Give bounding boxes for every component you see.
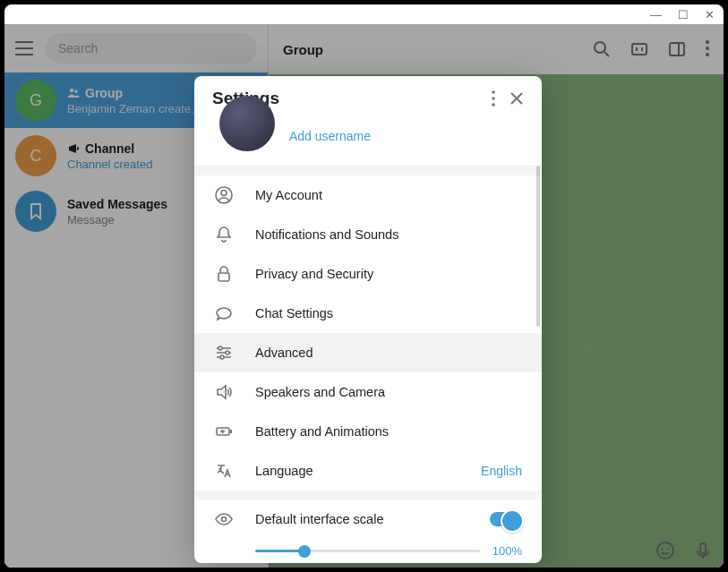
settings-panel: Settings Add username My AccountNotifica…: [194, 76, 542, 563]
settings-item-label: Advanced: [255, 346, 522, 360]
speaker-icon: [214, 382, 234, 402]
settings-item-chat[interactable]: Chat Settings: [194, 294, 542, 333]
svg-rect-17: [218, 273, 229, 281]
settings-item-label: Battery and Animations: [255, 424, 522, 439]
svg-point-19: [226, 351, 229, 354]
svg-point-18: [218, 346, 222, 350]
svg-point-20: [220, 355, 224, 359]
profile-avatar[interactable]: [219, 96, 275, 151]
settings-item-lock[interactable]: Privacy and Security: [194, 254, 542, 294]
settings-item-account[interactable]: My Account: [194, 175, 542, 215]
settings-item-battery[interactable]: Battery and Animations: [194, 412, 542, 451]
svg-point-23: [222, 517, 227, 522]
scale-value: 100%: [492, 544, 522, 558]
settings-more-icon[interactable]: [492, 90, 495, 107]
settings-item-bell[interactable]: Notifications and Sounds: [194, 215, 542, 254]
settings-item-sliders[interactable]: Advanced: [194, 333, 542, 372]
settings-item-label: Chat Settings: [255, 306, 522, 320]
settings-scale-row: Default interface scale: [194, 499, 542, 539]
settings-item-label: Privacy and Security: [255, 267, 522, 281]
language-icon: [214, 461, 234, 481]
settings-item-language[interactable]: LanguageEnglish: [194, 451, 542, 491]
settings-item-label: Notifications and Sounds: [255, 227, 522, 242]
svg-point-13: [492, 97, 495, 100]
chat-icon: [214, 303, 234, 323]
scale-label: Default interface scale: [255, 512, 468, 526]
scale-slider[interactable]: [255, 550, 480, 552]
scale-toggle[interactable]: [490, 512, 522, 526]
svg-point-14: [492, 103, 495, 107]
svg-rect-22: [230, 430, 232, 433]
settings-scrollbar[interactable]: [536, 166, 540, 327]
settings-item-speaker[interactable]: Speakers and Camera: [194, 372, 542, 412]
settings-item-label: Speakers and Camera: [255, 385, 522, 399]
close-window-button[interactable]: ✕: [705, 8, 715, 21]
window-titlebar: — ☐ ✕: [4, 4, 724, 24]
settings-item-label: My Account: [255, 188, 522, 202]
account-icon: [214, 185, 234, 205]
settings-close-icon[interactable]: [510, 91, 524, 106]
settings-item-label: Language: [255, 464, 459, 478]
sliders-icon: [214, 343, 234, 363]
bell-icon: [214, 225, 234, 244]
minimize-button[interactable]: —: [650, 8, 662, 21]
battery-icon: [214, 422, 234, 441]
settings-item-value: English: [481, 464, 522, 478]
lock-icon: [214, 264, 234, 284]
eye-icon: [214, 509, 234, 529]
maximize-button[interactable]: ☐: [678, 8, 689, 21]
svg-point-16: [221, 191, 227, 196]
add-username-link[interactable]: Add username: [289, 129, 371, 143]
svg-point-12: [492, 90, 495, 94]
settings-body: My AccountNotifications and SoundsPrivac…: [194, 166, 542, 563]
